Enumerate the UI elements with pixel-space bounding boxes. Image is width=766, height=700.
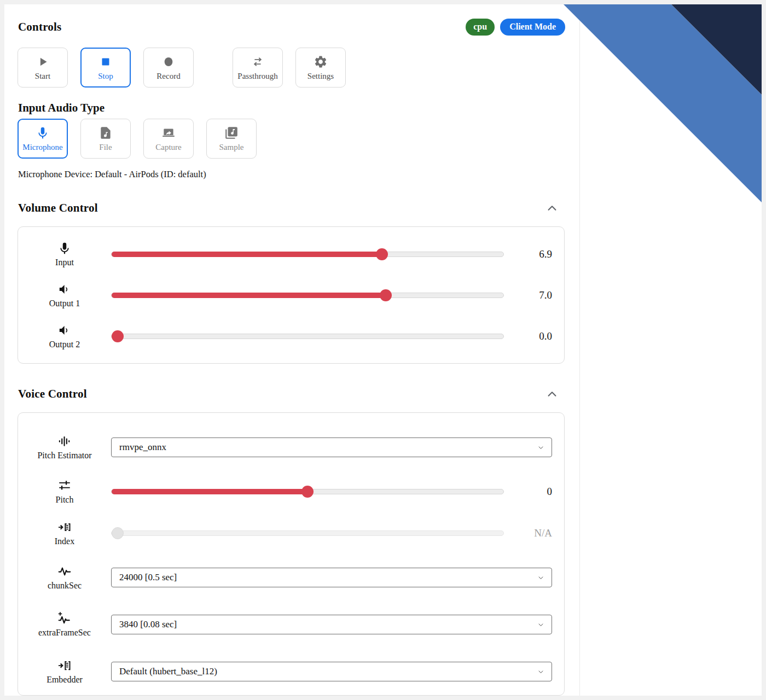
chunksec-label-group: chunkSec: [18, 564, 111, 591]
slider-track[interactable]: [111, 252, 504, 257]
cpu-badge[interactable]: cpu: [466, 19, 495, 36]
input-audio-buttons-row: MicrophoneFileCaptureSample: [18, 119, 579, 159]
pitch-row: Pitch0: [18, 471, 564, 512]
start-button[interactable]: Start: [18, 48, 68, 88]
chunksec-select[interactable]: 24000 [0.5 sec]: [111, 568, 552, 587]
play-icon: [36, 55, 50, 69]
screen-capture-icon: [161, 126, 176, 140]
extraframesec-label: extraFrameSec: [38, 628, 91, 638]
slider-fill: [112, 489, 307, 494]
chunksec-row: chunkSec24000 [0.5 sec]: [18, 554, 564, 601]
output-1-label-group: Output 1: [18, 282, 111, 308]
volume-control-card: Input6.9Output 17.0Output 20.0: [18, 226, 565, 364]
pitch-value: 0: [504, 486, 564, 498]
audio-file-icon: [98, 126, 113, 140]
extraframesec-label-group: extraFrameSec: [18, 611, 111, 638]
extraframesec-row: extraFrameSec3840 [0.08 sec]: [18, 601, 564, 648]
button-label: Microphone: [22, 143, 62, 152]
button-label: File: [99, 143, 112, 152]
chunksec-label: chunkSec: [48, 581, 82, 591]
button-label: Stop: [98, 72, 113, 81]
slider-thumb[interactable]: [376, 248, 388, 260]
pitch-slider[interactable]: [111, 489, 504, 494]
index-label: Index: [55, 536, 74, 546]
slider-track[interactable]: [111, 334, 504, 339]
capture-input-button[interactable]: Capture: [143, 119, 194, 159]
settings-icon: [314, 55, 328, 69]
microphone-icon: [57, 241, 72, 255]
input-label: Input: [55, 258, 74, 267]
passthrough-icon: [251, 55, 265, 69]
app-window: Controls cpu Client Mode StartStopRecord…: [4, 4, 762, 696]
embedder-selected-value: Default (hubert_base_l12): [119, 666, 217, 677]
slider-track[interactable]: [111, 489, 504, 494]
record-button[interactable]: Record: [143, 48, 194, 88]
passthrough-button[interactable]: Passthrough: [233, 48, 283, 88]
page-title: Controls: [18, 20, 61, 34]
output-1-value: 7.0: [504, 289, 564, 301]
slider-track[interactable]: [111, 530, 504, 536]
stop-icon: [98, 55, 113, 69]
client-mode-badge[interactable]: Client Mode: [500, 19, 565, 36]
volume-collapse-button[interactable]: [546, 202, 558, 214]
input-volume-row: Input6.9: [18, 234, 564, 275]
extraframesec-select[interactable]: 3840 [0.08 sec]: [111, 615, 552, 634]
chevron-down-icon: [537, 668, 545, 676]
stop-button[interactable]: Stop: [80, 48, 131, 88]
page: Controls cpu Client Mode StartStopRecord…: [0, 0, 766, 700]
slider-thumb[interactable]: [301, 486, 314, 498]
pitch-label: Pitch: [56, 495, 74, 505]
chevron-down-icon: [537, 574, 545, 582]
output-2-value: 0.0: [504, 330, 564, 342]
waveform-icon: [57, 564, 72, 579]
input-slider[interactable]: [111, 252, 504, 257]
sample-input-button[interactable]: Sample: [206, 119, 257, 159]
ribbon-navy-corner: [671, 4, 762, 95]
corner-ribbon: [564, 4, 762, 202]
record-icon: [161, 55, 176, 69]
voiceprint-icon: [57, 434, 72, 448]
output-1-label: Output 1: [49, 299, 80, 308]
embedder-list-icon: [57, 658, 72, 673]
ribbon-blue-band: [564, 4, 762, 202]
voice-control-title: Voice Control: [18, 387, 87, 401]
pitch-estimator-row: Pitch Estimatorrmvpe_onnx: [18, 424, 564, 471]
slider-fill: [112, 252, 382, 257]
slider-track[interactable]: [111, 293, 504, 298]
button-label: Record: [156, 72, 180, 81]
chunksec-selected-value: 24000 [0.5 sec]: [119, 572, 177, 583]
slider-thumb[interactable]: [380, 289, 392, 301]
embedder-select[interactable]: Default (hubert_base_l12): [111, 662, 552, 681]
pitch-estimator-selected-value: rmvpe_onnx: [119, 442, 166, 453]
topbar: Controls cpu Client Mode: [4, 4, 579, 36]
pitch-estimator-select[interactable]: rmvpe_onnx: [111, 438, 552, 457]
button-group-spacer: [206, 48, 220, 88]
chevron-down-icon: [537, 444, 545, 452]
volume-control-header: Volume Control: [18, 201, 558, 215]
microphone-input-button[interactable]: Microphone: [18, 119, 68, 159]
slider-thumb[interactable]: [112, 527, 124, 539]
chevron-up-icon: [546, 388, 558, 400]
index-slider[interactable]: [111, 530, 504, 536]
badges: cpu Client Mode: [466, 19, 565, 36]
microphone-icon: [36, 126, 50, 140]
button-label: Sample: [219, 143, 244, 152]
speaker-icon: [57, 323, 72, 337]
output-2-slider[interactable]: [111, 334, 504, 339]
file-input-button[interactable]: File: [80, 119, 131, 159]
output-2-label-group: Output 2: [18, 323, 111, 349]
slider-thumb[interactable]: [112, 330, 124, 342]
volume-control-title: Volume Control: [18, 201, 98, 215]
button-label: Capture: [155, 143, 181, 152]
embedder-row: EmbedderDefault (hubert_base_l12): [18, 648, 564, 695]
voice-control-card: Pitch Estimatorrmvpe_onnxPitch0IndexN/Ac…: [18, 412, 565, 696]
tune-icon: [57, 479, 72, 493]
index-list-icon: [57, 520, 72, 534]
waveform-plus-icon: [57, 611, 72, 626]
settings-button[interactable]: Settings: [295, 48, 346, 88]
button-label: Passthrough: [237, 72, 277, 81]
output-1-slider[interactable]: [111, 293, 504, 298]
chevron-up-icon: [546, 202, 558, 214]
chevron-down-icon: [537, 621, 545, 629]
voice-collapse-button[interactable]: [546, 388, 558, 400]
